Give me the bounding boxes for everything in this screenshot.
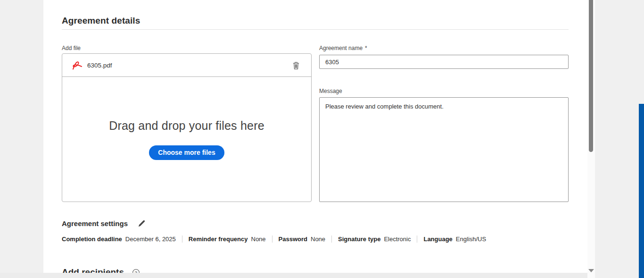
setting-value: English/US xyxy=(456,236,486,243)
bottom-clip-strip xyxy=(0,273,587,278)
agreement-settings-heading: Agreement settings xyxy=(62,219,128,227)
message-textarea[interactable]: Please review and complete this document… xyxy=(319,97,569,202)
setting-label: Language xyxy=(423,236,452,243)
agreement-name-input[interactable] xyxy=(319,55,569,69)
page-title: Agreement details xyxy=(62,16,140,26)
setting-value: None xyxy=(311,236,325,243)
vertical-scrollbar-thumb[interactable] xyxy=(589,0,593,152)
message-label: Message xyxy=(319,88,342,94)
setting-label: Reminder frequency xyxy=(189,236,248,243)
settings-divider xyxy=(272,236,272,243)
pencil-icon xyxy=(138,219,146,227)
choose-more-files-button[interactable]: Choose more files xyxy=(149,145,224,160)
agreement-compose-page: Agreement details Add file Agreement nam… xyxy=(0,0,644,278)
right-gutter xyxy=(595,0,644,278)
setting-label: Password xyxy=(279,236,307,243)
agreement-settings-header: Agreement settings xyxy=(62,219,146,228)
agreement-settings-summary: Completion deadline December 6, 2025 Rem… xyxy=(62,236,486,243)
settings-divider xyxy=(331,236,332,243)
required-asterisk: * xyxy=(365,45,367,51)
trash-icon xyxy=(292,61,300,70)
setting-value: Electronic xyxy=(384,236,411,243)
add-file-label: Add file xyxy=(62,45,81,51)
settings-divider xyxy=(182,236,182,243)
title-divider xyxy=(62,29,569,30)
acrobat-pdf-icon xyxy=(72,60,83,70)
setting-label: Completion deadline xyxy=(62,236,122,243)
settings-divider xyxy=(417,236,417,243)
right-edge-blue-bar xyxy=(639,104,644,278)
file-upload-panel: 6305.pdf Drag and drop your files here xyxy=(62,53,312,202)
edit-settings-button[interactable] xyxy=(137,219,146,228)
uploaded-file-row: 6305.pdf xyxy=(62,54,311,77)
setting-value: None xyxy=(251,236,266,243)
left-gutter xyxy=(0,0,43,278)
agreement-name-label-text: Agreement name xyxy=(319,45,363,51)
file-dropzone[interactable]: Drag and drop your files here Choose mor… xyxy=(62,77,311,202)
setting-label: Signature type xyxy=(338,236,380,243)
delete-file-button[interactable] xyxy=(290,59,302,71)
file-name: 6305.pdf xyxy=(87,62,112,69)
chevron-down-icon[interactable] xyxy=(588,269,594,272)
dropzone-hint: Drag and drop your files here xyxy=(109,119,264,133)
setting-value: December 6, 2025 xyxy=(125,236,176,243)
agreement-name-label: Agreement name* xyxy=(319,45,367,51)
